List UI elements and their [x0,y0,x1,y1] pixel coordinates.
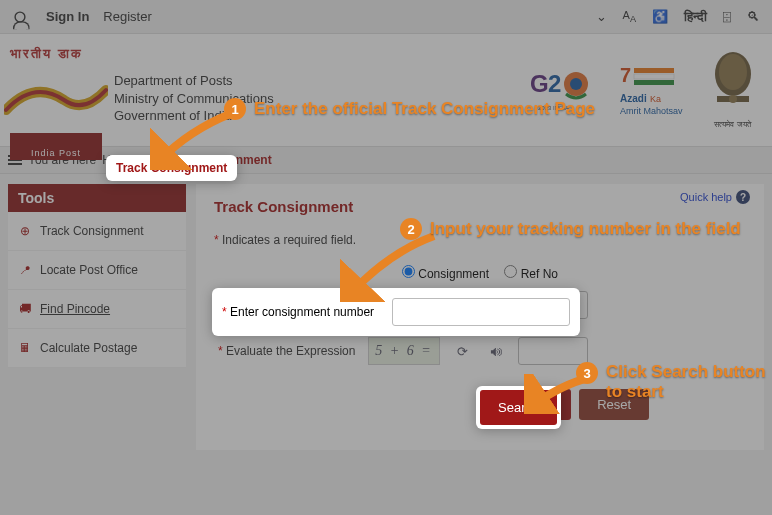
svg-text:Ka: Ka [650,94,661,104]
search-icon[interactable]: 🔍︎ [747,9,760,24]
calculator-icon: 🖩 [18,341,32,355]
sidebar-item-pincode[interactable]: 🚚︎ Find Pincode [8,290,186,329]
callout-badge-2: 2 [400,218,422,240]
signin-link[interactable]: Sign In [46,9,89,24]
sidebar-item-label: Find Pincode [40,302,110,316]
callout-badge-1: 1 [224,98,246,120]
arrow-2 [340,232,440,302]
svg-point-13 [719,54,747,90]
highlight-input-label: * Enter consignment number [222,305,374,319]
accessibility-icon[interactable]: ♿ [652,9,668,24]
logo-hindi-text: भारतीय डाक [10,42,102,62]
sidebar-item-label: Locate Post Office [40,263,138,277]
svg-text:Amrit Mahotsav: Amrit Mahotsav [620,106,683,116]
header: भारतीय डाक India Post Department of Post… [0,34,772,146]
sidebar-item-label: Calculate Postage [40,341,137,355]
quick-help[interactable]: Quick help ? [680,190,750,204]
callout-badge-3: 3 [576,362,598,384]
sidebar-item-label: Track Consignment [40,224,144,238]
captcha-image: 5 + 6 = [368,337,440,365]
captcha-answer-input[interactable] [518,337,588,365]
sitemap-icon[interactable]: ⌹ [723,9,731,24]
target-icon: ⊕ [18,224,32,238]
top-bar: Sign In Register ⌄ AA ♿ हिन्दी ⌹ 🔍︎ [0,0,772,34]
sidebar-item-track[interactable]: ⊕ Track Consignment [8,212,186,251]
user-icon [14,11,25,22]
logo-caption: India Post [10,148,102,158]
azadi-logo: 7Azadi KaAmrit Mahotsav [616,62,686,122]
india-post-logo: India Post [10,62,102,160]
captcha-label: * Evaluate the Expression [218,344,358,358]
truck-icon: 🚚︎ [18,302,32,316]
register-link[interactable]: Register [103,9,151,24]
callout-text-1: Enter the official Track Consignment Pag… [254,99,595,119]
sidebar-title: Tools [8,184,186,212]
quick-help-label: Quick help [680,191,732,203]
sidebar-item-postage[interactable]: 🖩 Calculate Postage [8,329,186,368]
callout-text-3: Click Search button to start [606,362,772,403]
hindi-link[interactable]: हिन्दी [684,9,707,25]
pin-icon: 📍︎ [18,263,32,277]
svg-point-15 [729,95,737,103]
callout-3: 3 Click Search button to start [576,362,772,403]
dept-line-1: Department of Posts [114,72,274,90]
help-icon: ? [736,190,750,204]
callout-text-2: Input your tracking number in the field [430,219,741,239]
svg-point-3 [570,78,582,90]
audio-icon[interactable]: 🔊︎ [484,339,508,363]
svg-text:2: 2 [548,70,561,97]
national-emblem: सत्यमेव जयते [704,48,762,136]
radio-group: Consignment Ref No [214,265,746,281]
refresh-icon[interactable]: ⟳ [450,339,474,363]
svg-rect-6 [634,68,674,73]
radio-refno[interactable]: Ref No [504,267,558,281]
svg-rect-7 [634,74,674,79]
svg-text:Azadi: Azadi [620,93,647,104]
svg-text:7: 7 [620,64,631,86]
chevron-down-icon[interactable]: ⌄ [596,9,607,24]
page-title: Track Consignment [214,198,746,215]
emblem-motto: सत्यमेव जयते [714,120,751,130]
highlight-consignment-input[interactable] [392,298,570,326]
callout-2: 2 Input your tracking number in the fiel… [400,218,741,240]
font-size-icon[interactable]: AA [623,9,636,24]
sidebar-item-locate[interactable]: 📍︎ Locate Post Office [8,251,186,290]
svg-rect-8 [634,80,674,85]
sidebar: Tools ⊕ Track Consignment 📍︎ Locate Post… [8,184,186,368]
svg-text:G: G [530,70,549,97]
callout-1: 1 Enter the official Track Consignment P… [224,98,595,120]
